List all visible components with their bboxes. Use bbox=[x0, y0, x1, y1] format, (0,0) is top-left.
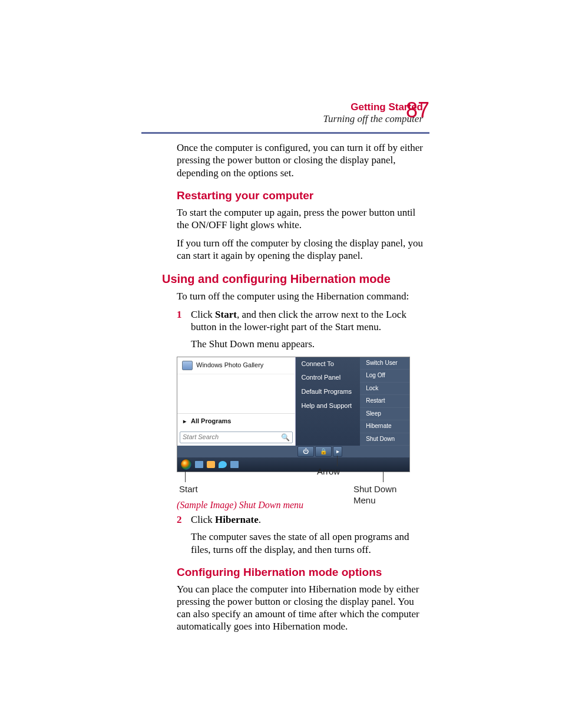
step-2-bold: Hibernate bbox=[215, 514, 259, 525]
power-item-hibernate[interactable]: Hibernate bbox=[360, 420, 409, 433]
step-1-text-pre: Click bbox=[191, 309, 215, 320]
hiber-lead: To turn off the computer using the Hiber… bbox=[177, 290, 427, 302]
header-rule bbox=[141, 132, 429, 134]
power-item-log-off[interactable]: Log Off bbox=[360, 370, 409, 383]
search-icon: 🔍 bbox=[281, 433, 290, 442]
taskbar-icon-2[interactable] bbox=[207, 461, 215, 468]
step-2: 2 Click Hibernate. The computer saves th… bbox=[177, 513, 427, 556]
annotation-label-start: Start bbox=[179, 484, 198, 495]
photo-gallery-icon bbox=[182, 361, 193, 370]
step-1-number: 1 bbox=[177, 308, 191, 351]
all-programs-item[interactable]: All Programs bbox=[177, 413, 295, 429]
taskbar-ie-icon[interactable] bbox=[219, 461, 227, 468]
power-item-switch-user[interactable]: Switch User bbox=[360, 357, 409, 370]
chapter-title: Getting Started bbox=[156, 101, 423, 113]
heading-restarting: Restarting your computer bbox=[177, 189, 427, 203]
annotation-line-arrow bbox=[337, 456, 338, 466]
start-orb-icon[interactable] bbox=[181, 459, 191, 470]
step-1-bold: Start bbox=[215, 309, 237, 320]
power-item-shut-down[interactable]: Shut Down bbox=[360, 433, 409, 446]
annotation-label-arrow: Arrow bbox=[317, 466, 340, 477]
power-item-sleep[interactable]: Sleep bbox=[360, 408, 409, 421]
start-menu-right-pane: Connect To Control Panel Default Program… bbox=[296, 357, 361, 446]
step-2-text-post: . bbox=[259, 514, 261, 525]
page-number: 87 bbox=[406, 98, 429, 123]
step-1: 1 Click Start, and then click the arrow … bbox=[177, 308, 427, 351]
right-item-help-support[interactable]: Help and Support bbox=[296, 399, 361, 413]
right-item-default-programs[interactable]: Default Programs bbox=[296, 385, 361, 399]
annotation-line-start bbox=[185, 472, 186, 482]
program-item-photo-gallery[interactable]: Windows Photo Gallery bbox=[177, 357, 295, 374]
annotation-line-shutdown bbox=[383, 472, 384, 482]
step-2-text-pre: Click bbox=[191, 514, 215, 525]
heading-config-hibernation: Configuring Hibernation mode options bbox=[177, 565, 427, 579]
shutdown-arrow-button[interactable]: ▸ bbox=[333, 446, 342, 457]
power-item-lock[interactable]: Lock bbox=[360, 383, 409, 396]
step-1-sub: The Shut Down menu appears. bbox=[191, 338, 427, 350]
page-header: Getting Started Turning off the computer bbox=[156, 101, 427, 125]
step-2-number: 2 bbox=[177, 513, 191, 556]
power-button[interactable]: ⏻ bbox=[297, 446, 314, 457]
annotation-label-shutdown: Shut Down Menu bbox=[353, 484, 409, 506]
lock-button[interactable]: 🔒 bbox=[315, 446, 332, 457]
taskbar-icon-3[interactable] bbox=[230, 461, 239, 468]
config-p1: You can place the computer into Hibernat… bbox=[177, 583, 427, 633]
figure-shutdown-menu: Windows Photo Gallery All Programs Start… bbox=[177, 357, 427, 512]
heading-hibernation: Using and configuring Hibernation mode bbox=[162, 272, 427, 286]
shutdown-flyout-menu: Switch User Log Off Lock Restart Sleep H… bbox=[360, 357, 409, 446]
search-placeholder: Start Search bbox=[183, 433, 219, 442]
start-search-input[interactable]: Start Search 🔍 bbox=[180, 431, 293, 443]
program-label: Windows Photo Gallery bbox=[196, 361, 263, 370]
restart-p2: If you turn off the computer by closing … bbox=[177, 237, 427, 262]
restart-p1: To start the computer up again, press th… bbox=[177, 206, 427, 232]
power-item-restart[interactable]: Restart bbox=[360, 395, 409, 408]
right-item-control-panel[interactable]: Control Panel bbox=[296, 371, 361, 385]
right-item-connect-to[interactable]: Connect To bbox=[296, 357, 361, 371]
start-menu-screenshot: Windows Photo Gallery All Programs Start… bbox=[177, 357, 410, 473]
start-menu-left-pane: Windows Photo Gallery All Programs Start… bbox=[177, 357, 296, 446]
taskbar bbox=[177, 457, 409, 472]
figure-annotations: Start Arrow Shut Down Menu bbox=[177, 472, 409, 496]
all-programs-label: All Programs bbox=[191, 417, 231, 426]
step-2-sub: The computer saves the state of all open… bbox=[191, 531, 427, 556]
intro-paragraph: Once the computer is configured, you can… bbox=[177, 141, 427, 179]
taskbar-icon-1[interactable] bbox=[195, 461, 203, 468]
